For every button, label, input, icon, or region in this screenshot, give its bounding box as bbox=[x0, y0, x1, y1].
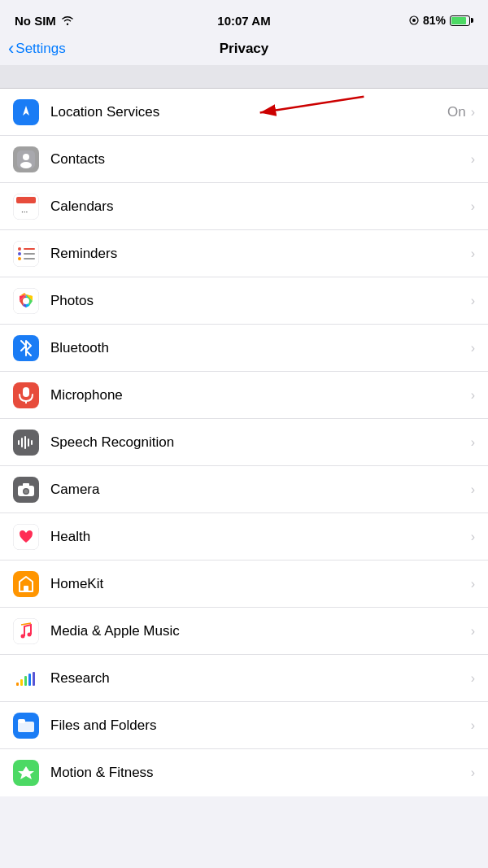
svg-point-12 bbox=[18, 247, 21, 251]
settings-item-calendars[interactable]: ···Calendars› bbox=[0, 183, 488, 230]
item-right: › bbox=[469, 482, 475, 497]
chevron-right-icon: › bbox=[471, 530, 475, 544]
page-title: Privacy bbox=[220, 41, 269, 57]
svg-rect-39 bbox=[28, 674, 31, 686]
svg-rect-32 bbox=[24, 586, 28, 591]
camera-icon bbox=[13, 477, 39, 503]
item-right: › bbox=[469, 152, 475, 167]
back-chevron-icon: ‹ bbox=[8, 40, 14, 58]
item-right: › bbox=[469, 577, 475, 591]
svg-point-34 bbox=[21, 634, 25, 638]
location-icon bbox=[13, 99, 39, 125]
item-label: Reminders bbox=[50, 246, 469, 262]
chevron-right-icon: › bbox=[471, 199, 475, 214]
status-value: On bbox=[447, 104, 466, 120]
chevron-right-icon: › bbox=[471, 765, 475, 780]
chevron-right-icon: › bbox=[471, 577, 475, 591]
svg-rect-38 bbox=[24, 676, 27, 686]
item-label: Media & Apple Music bbox=[50, 623, 469, 639]
item-right: › bbox=[469, 530, 475, 544]
bluetooth-icon bbox=[13, 335, 39, 361]
item-label: Location Services bbox=[50, 104, 447, 120]
svg-rect-25 bbox=[28, 438, 29, 447]
svg-rect-13 bbox=[24, 248, 35, 250]
back-button[interactable]: ‹ Settings bbox=[8, 40, 66, 58]
item-label: Motion & Fitness bbox=[50, 765, 469, 781]
nav-bar: ‹ Settings Privacy bbox=[0, 36, 488, 65]
settings-item-speech-recognition[interactable]: Speech Recognition› bbox=[0, 419, 488, 466]
motion-icon bbox=[13, 760, 39, 786]
chevron-right-icon: › bbox=[471, 294, 475, 308]
item-label: Bluetooth bbox=[50, 340, 469, 356]
settings-item-health[interactable]: Health› bbox=[0, 513, 488, 560]
settings-item-motion-fitness[interactable]: Motion & Fitness› bbox=[0, 749, 488, 796]
svg-point-5 bbox=[23, 154, 29, 160]
item-right: › bbox=[469, 294, 475, 308]
svg-rect-37 bbox=[20, 679, 23, 686]
health-icon bbox=[13, 524, 39, 550]
item-label: Speech Recognition bbox=[50, 434, 469, 451]
settings-item-location-services[interactable]: Location ServicesOn› bbox=[0, 89, 488, 136]
settings-item-files-and-folders[interactable]: Files and Folders› bbox=[0, 702, 488, 749]
item-label: Calendars bbox=[50, 198, 469, 215]
calendar-icon: ··· bbox=[13, 194, 39, 220]
wifi-icon bbox=[61, 15, 74, 25]
status-left: No SIM bbox=[15, 14, 74, 28]
item-right: › bbox=[469, 388, 475, 403]
svg-rect-17 bbox=[24, 258, 35, 260]
battery-percent: 81% bbox=[423, 14, 446, 27]
chevron-right-icon: › bbox=[471, 246, 475, 261]
item-label: HomeKit bbox=[50, 576, 469, 592]
svg-point-14 bbox=[18, 252, 21, 255]
item-label: Research bbox=[50, 670, 469, 687]
svg-rect-26 bbox=[31, 440, 33, 445]
chevron-right-icon: › bbox=[471, 152, 475, 167]
settings-item-reminders[interactable]: Reminders› bbox=[0, 230, 488, 277]
status-bar: No SIM 10:07 AM 81% bbox=[0, 0, 488, 36]
chevron-right-icon: › bbox=[471, 105, 475, 120]
status-right: 81% bbox=[409, 14, 473, 27]
settings-item-photos[interactable]: Photos› bbox=[0, 277, 488, 325]
svg-point-19 bbox=[23, 298, 29, 304]
item-label: Camera bbox=[50, 482, 469, 498]
settings-item-bluetooth[interactable]: Bluetooth› bbox=[0, 325, 488, 372]
item-right: On› bbox=[447, 104, 475, 120]
status-time: 10:07 AM bbox=[217, 14, 270, 28]
carrier-label: No SIM bbox=[15, 14, 56, 28]
item-right: › bbox=[469, 624, 475, 639]
settings-item-research[interactable]: Research› bbox=[0, 655, 488, 702]
svg-rect-15 bbox=[24, 253, 35, 255]
item-label: Health bbox=[50, 529, 469, 545]
settings-item-microphone[interactable]: Microphone› bbox=[0, 372, 488, 419]
location-status-icon bbox=[409, 15, 419, 26]
svg-rect-30 bbox=[23, 483, 29, 486]
svg-rect-42 bbox=[18, 719, 25, 723]
item-right: › bbox=[469, 718, 475, 733]
svg-rect-8 bbox=[16, 197, 36, 203]
svg-point-35 bbox=[28, 632, 32, 636]
settings-item-homekit[interactable]: HomeKit› bbox=[0, 560, 488, 608]
settings-item-media-apple-music[interactable]: Media & Apple Music› bbox=[0, 608, 488, 655]
svg-rect-33 bbox=[13, 618, 39, 644]
chevron-right-icon: › bbox=[471, 388, 475, 403]
settings-item-camera[interactable]: Camera› bbox=[0, 466, 488, 513]
item-right: › bbox=[469, 199, 475, 214]
svg-point-6 bbox=[20, 162, 32, 168]
svg-rect-22 bbox=[18, 440, 20, 445]
chevron-right-icon: › bbox=[471, 482, 475, 497]
svg-rect-23 bbox=[21, 438, 23, 447]
chevron-right-icon: › bbox=[471, 624, 475, 639]
battery-indicator bbox=[450, 15, 473, 26]
item-label: Files and Folders bbox=[50, 718, 469, 734]
chevron-right-icon: › bbox=[471, 718, 475, 733]
item-label: Microphone bbox=[50, 387, 469, 403]
reminders-icon bbox=[13, 241, 39, 267]
settings-item-contacts[interactable]: Contacts› bbox=[0, 136, 488, 183]
svg-point-29 bbox=[24, 489, 28, 493]
svg-point-1 bbox=[412, 19, 416, 22]
files-icon bbox=[13, 713, 39, 739]
chevron-right-icon: › bbox=[471, 435, 475, 450]
item-right: › bbox=[469, 765, 475, 780]
item-label: Photos bbox=[50, 293, 469, 309]
svg-rect-40 bbox=[33, 672, 35, 686]
